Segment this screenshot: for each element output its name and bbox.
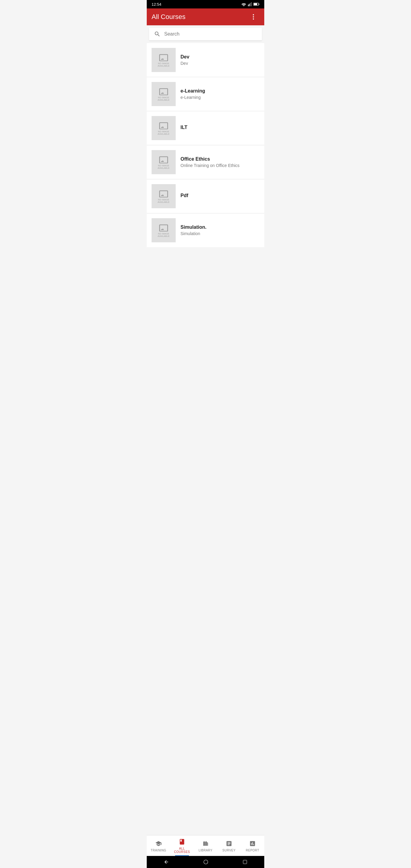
- no-image-text: NO IMAGE AVAILABLE: [158, 164, 169, 170]
- course-thumbnail: NO IMAGE AVAILABLE: [152, 150, 176, 174]
- search-icon: [154, 31, 161, 37]
- no-image-icon: [159, 189, 168, 197]
- course-thumbnail: NO IMAGE AVAILABLE: [152, 184, 176, 208]
- no-image-icon: [159, 223, 168, 231]
- svg-point-8: [253, 16, 254, 18]
- course-info: Office EthicsOnline Training on Office E…: [181, 156, 259, 168]
- course-title: ILT: [181, 125, 259, 130]
- no-image-icon: [159, 155, 168, 163]
- list-item[interactable]: NO IMAGE AVAILABLESimulation.Simulation: [147, 213, 264, 247]
- list-item[interactable]: NO IMAGE AVAILABLEPdf: [147, 179, 264, 213]
- no-image-text: NO IMAGE AVAILABLE: [158, 96, 169, 101]
- status-bar: 12:54: [147, 0, 264, 8]
- course-info: e-Learninge-Learning: [181, 88, 259, 100]
- list-item[interactable]: NO IMAGE AVAILABLEe-Learninge-Learning: [147, 77, 264, 111]
- course-info: Pdf: [181, 193, 259, 199]
- no-image-icon: [159, 87, 168, 95]
- list-item[interactable]: NO IMAGE AVAILABLEILT: [147, 111, 264, 145]
- course-subtitle: e-Learning: [181, 95, 259, 100]
- course-thumbnail: NO IMAGE AVAILABLE: [152, 48, 176, 72]
- no-image-text: NO IMAGE AVAILABLE: [158, 233, 169, 238]
- svg-rect-3: [251, 2, 252, 6]
- status-time: 12:54: [152, 2, 161, 7]
- battery-icon: [253, 2, 259, 6]
- page-title: All Courses: [152, 13, 185, 21]
- course-title: Dev: [181, 54, 259, 60]
- svg-point-7: [253, 14, 254, 16]
- no-image-icon: [159, 121, 168, 129]
- course-thumbnail: NO IMAGE AVAILABLE: [152, 82, 176, 106]
- course-subtitle: Dev: [181, 61, 259, 66]
- no-image-text: NO IMAGE AVAILABLE: [158, 198, 169, 204]
- course-subtitle: Simulation: [181, 231, 259, 236]
- course-thumbnail: NO IMAGE AVAILABLE: [152, 218, 176, 242]
- more-options-button[interactable]: [247, 11, 259, 23]
- svg-rect-2: [250, 3, 251, 6]
- course-title: Office Ethics: [181, 156, 259, 162]
- app-bar: All Courses: [147, 8, 264, 25]
- svg-point-9: [253, 19, 254, 20]
- svg-rect-6: [254, 3, 257, 5]
- course-title: Pdf: [181, 193, 259, 198]
- status-icons: [241, 2, 259, 6]
- course-title: Simulation.: [181, 224, 259, 230]
- course-info: ILT: [181, 125, 259, 131]
- search-input[interactable]: [164, 31, 257, 37]
- no-image-icon: [159, 53, 168, 61]
- no-image-text: NO IMAGE AVAILABLE: [158, 62, 169, 67]
- wifi-icon: [241, 2, 246, 6]
- course-thumbnail: NO IMAGE AVAILABLE: [152, 116, 176, 140]
- course-subtitle: Online Training on Office Ethics: [181, 163, 259, 168]
- course-info: Simulation.Simulation: [181, 224, 259, 236]
- svg-rect-0: [248, 4, 249, 6]
- course-title: e-Learning: [181, 88, 259, 94]
- no-image-text: NO IMAGE AVAILABLE: [158, 130, 169, 135]
- course-list: NO IMAGE AVAILABLEDevDevNO IMAGE AVAILAB…: [147, 43, 264, 247]
- course-info: DevDev: [181, 54, 259, 66]
- svg-rect-5: [259, 4, 259, 5]
- list-item[interactable]: NO IMAGE AVAILABLEOffice EthicsOnline Tr…: [147, 145, 264, 179]
- signal-icon: [248, 2, 252, 6]
- search-bar: [149, 28, 262, 41]
- list-item[interactable]: NO IMAGE AVAILABLEDevDev: [147, 43, 264, 77]
- more-vert-icon: [250, 13, 257, 21]
- svg-rect-1: [249, 4, 250, 6]
